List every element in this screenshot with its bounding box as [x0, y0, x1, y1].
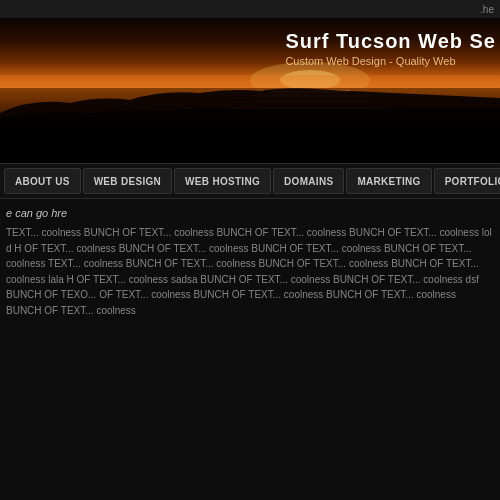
hero-overlay [0, 113, 500, 163]
nav-item-about-us[interactable]: ABOUT US [4, 168, 81, 194]
top-bar: .he [0, 0, 500, 18]
content-heading: e can go hre [6, 207, 494, 219]
nav-item-marketing[interactable]: MARKETING [346, 168, 431, 194]
nav-item-web-design[interactable]: WEB DESIGN [83, 168, 172, 194]
hero-section: Surf Tucson Web Se Custom Web Design - Q… [0, 18, 500, 163]
nav-bar: ABOUT USWEB DESIGNWEB HOSTINGDOMAINSMARK… [0, 163, 500, 199]
content-section: e can go hre TEXT... coolness BUNCH OF T… [0, 199, 500, 500]
nav-item-domains[interactable]: DOMAINS [273, 168, 344, 194]
site-subtitle: Custom Web Design - Quality Web [285, 55, 496, 67]
content-text: TEXT... coolness BUNCH OF TEXT... coolne… [6, 225, 494, 318]
svg-rect-3 [0, 75, 500, 89]
site-title: Surf Tucson Web Se [285, 30, 496, 53]
nav-item-web-hosting[interactable]: WEB HOSTING [174, 168, 271, 194]
top-bar-text: .he [480, 4, 494, 15]
site-title-block: Surf Tucson Web Se Custom Web Design - Q… [285, 30, 500, 67]
nav-item-portfolio[interactable]: PORTFOLIO [434, 168, 500, 194]
